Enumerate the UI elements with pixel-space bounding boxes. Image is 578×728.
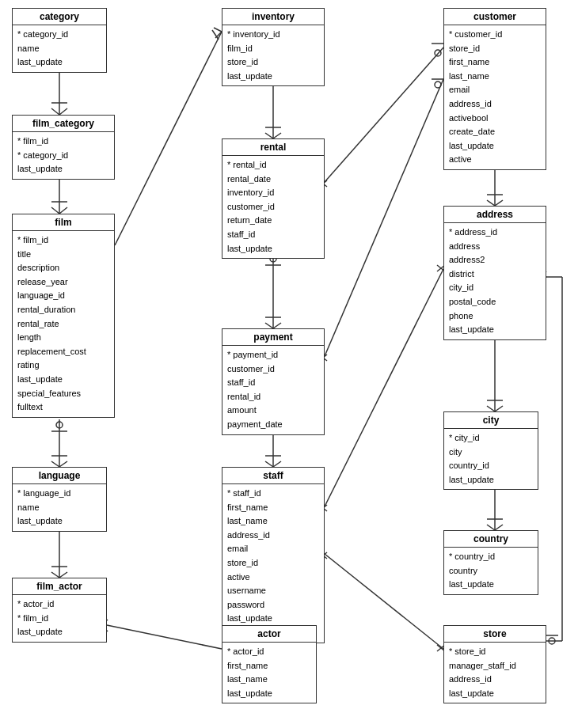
entity-actor: actor* actor_idfirst_namelast_namelast_u…	[222, 625, 317, 703]
svg-line-71	[487, 525, 495, 530]
entity-inventory-body: * inventory_idfilm_idstore_idlast_update	[222, 25, 324, 85]
entity-inventory: inventory* inventory_idfilm_idstore_idla…	[222, 8, 325, 86]
field-address-postal_code: postal_code	[449, 295, 541, 309]
field-city-city: city	[449, 446, 533, 460]
field-staff-last_update: last_update	[227, 612, 319, 626]
field-customer-create_date: create_date	[449, 125, 541, 139]
svg-line-45	[325, 79, 443, 356]
entity-rental: rental* rental_idrental_dateinventory_id…	[222, 138, 325, 259]
field-city-country_id: country_id	[449, 459, 533, 473]
entity-customer-body: * customer_idstore_idfirst_namelast_name…	[444, 25, 546, 169]
field-country-last_update: last_update	[449, 578, 533, 592]
entity-city: city* city_idcitycountry_idlast_update	[443, 411, 538, 490]
field-country-country_id: * country_id	[449, 550, 533, 564]
entity-film-header: film	[13, 214, 114, 231]
field-customer-email: email	[449, 83, 541, 97]
entity-film_category-header: film_category	[13, 116, 114, 132]
entity-category-header: category	[13, 9, 106, 25]
svg-line-74	[325, 269, 443, 506]
field-inventory-film_id: film_id	[227, 42, 319, 56]
field-film-film_id: * film_id	[17, 233, 109, 248]
svg-line-26	[215, 32, 222, 38]
svg-line-22	[59, 572, 67, 578]
field-film_actor-actor_id: * actor_id	[17, 597, 101, 612]
entity-store-header: store	[444, 626, 546, 643]
field-payment-amount: amount	[227, 404, 319, 418]
field-rental-staff_id: staff_id	[227, 228, 319, 242]
field-customer-last_update: last_update	[449, 139, 541, 154]
field-film_actor-film_id: * film_id	[17, 612, 101, 626]
svg-line-72	[495, 525, 503, 530]
field-category-name: name	[17, 42, 101, 56]
field-film-title: title	[17, 248, 109, 262]
entity-category: category* category_idnamelast_update	[12, 8, 107, 73]
entity-actor-header: actor	[222, 626, 316, 643]
field-rental-rental_date: rental_date	[227, 173, 319, 187]
entity-city-body: * city_idcitycountry_idlast_update	[444, 429, 538, 489]
field-staff-email: email	[227, 542, 319, 556]
field-actor-actor_id: * actor_id	[227, 645, 311, 659]
field-category-category_id: * category_id	[17, 28, 101, 42]
svg-line-16	[59, 461, 67, 467]
entity-category-body: * category_idnamelast_update	[13, 25, 106, 72]
svg-line-15	[51, 461, 59, 467]
field-customer-address_id: address_id	[449, 97, 541, 112]
entity-film_actor-body: * actor_id* film_idlast_update	[13, 595, 106, 642]
field-customer-first_name: first_name	[449, 55, 541, 70]
field-customer-store_id: store_id	[449, 42, 541, 56]
svg-line-25	[214, 28, 222, 32]
svg-line-66	[495, 406, 503, 411]
svg-line-32	[273, 133, 281, 138]
field-staff-staff_id: * staff_id	[227, 487, 319, 501]
svg-line-31	[265, 133, 273, 138]
svg-line-2	[59, 108, 67, 115]
field-payment-customer_id: customer_id	[227, 362, 319, 377]
field-film-length: length	[17, 331, 109, 345]
entity-rental-body: * rental_idrental_dateinventory_idcustom…	[222, 156, 324, 258]
field-city-city_id: * city_id	[449, 431, 533, 446]
field-language-last_update: last_update	[17, 514, 101, 529]
field-staff-password: password	[227, 598, 319, 612]
field-address-address2: address2	[449, 253, 541, 267]
field-store-manager_staff_id: manager_staff_id	[449, 659, 541, 673]
entity-staff-header: staff	[222, 468, 324, 484]
field-rental-last_update: last_update	[227, 242, 319, 256]
field-film-rental_duration: rental_duration	[17, 303, 109, 317]
field-rental-rental_id: * rental_id	[227, 158, 319, 173]
svg-line-27	[212, 30, 219, 40]
entity-film-body: * film_idtitledescriptionrelease_yearlan…	[13, 231, 114, 417]
entity-film_category: film_category* film_id* category_idlast_…	[12, 115, 115, 180]
svg-point-35	[435, 50, 441, 56]
field-customer-activebool: activebool	[449, 112, 541, 126]
field-film-rental_rate: rental_rate	[17, 317, 109, 332]
field-staff-last_name: last_name	[227, 514, 319, 529]
erd-diagram: category* category_idnamelast_updatefilm…	[0, 0, 578, 728]
field-address-phone: phone	[449, 309, 541, 324]
svg-line-43	[273, 323, 281, 328]
field-city-last_update: last_update	[449, 473, 533, 487]
entity-address-header: address	[444, 207, 546, 223]
entity-language-header: language	[13, 468, 106, 484]
field-film_category-last_update: last_update	[17, 162, 109, 176]
field-inventory-last_update: last_update	[227, 70, 319, 84]
svg-line-79	[325, 554, 443, 649]
field-category-last_update: last_update	[17, 55, 101, 70]
field-film_category-film_id: * film_id	[17, 135, 109, 149]
field-rental-customer_id: customer_id	[227, 200, 319, 214]
field-film_actor-last_update: last_update	[17, 625, 101, 639]
field-inventory-store_id: store_id	[227, 55, 319, 70]
field-actor-last_update: last_update	[227, 687, 311, 701]
entity-customer: customer* customer_idstore_idfirst_namel…	[443, 8, 546, 170]
field-payment-rental_id: rental_id	[227, 390, 319, 404]
svg-point-46	[435, 82, 441, 88]
field-film-description: description	[17, 261, 109, 275]
field-store-last_update: last_update	[449, 687, 541, 701]
field-inventory-inventory_id: * inventory_id	[227, 28, 319, 42]
field-customer-customer_id: * customer_id	[449, 28, 541, 42]
entity-customer-header: customer	[444, 9, 546, 25]
field-film-replacement_cost: replacement_cost	[17, 345, 109, 359]
svg-line-60	[495, 200, 503, 206]
entity-store-body: * store_idmanager_staff_idaddress_idlast…	[444, 643, 546, 703]
entity-payment-body: * payment_idcustomer_idstaff_idrental_id…	[222, 346, 324, 434]
svg-line-24	[115, 32, 222, 245]
